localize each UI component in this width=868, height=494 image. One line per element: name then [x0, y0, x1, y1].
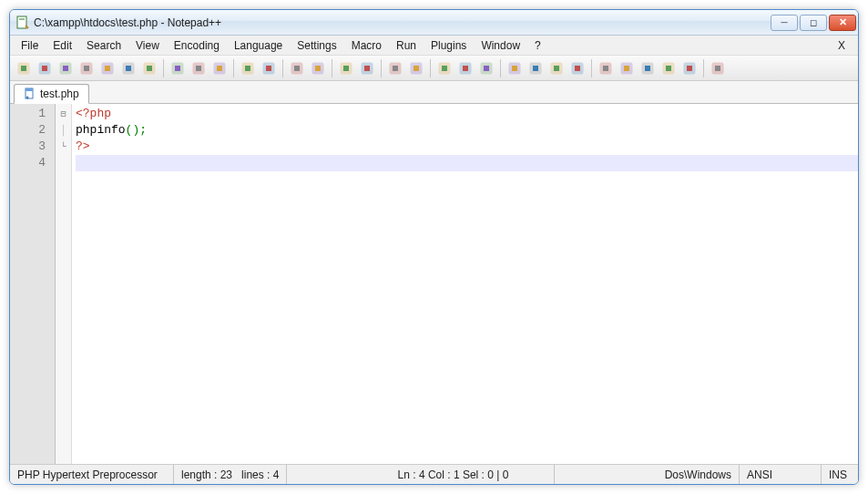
all-chars-icon[interactable]: [455, 58, 475, 78]
toolbar-separator: [703, 59, 704, 77]
status-encoding: ANSI: [740, 465, 822, 484]
svg-rect-31: [343, 66, 349, 71]
svg-rect-29: [315, 66, 321, 71]
line-number: 2: [10, 122, 55, 139]
toolbar-separator: [332, 59, 332, 77]
menu-run[interactable]: Run: [389, 37, 424, 54]
code-line[interactable]: phpinfo();: [76, 122, 858, 139]
code-line[interactable]: <?php: [76, 106, 858, 122]
code-editor[interactable]: 1234 ⊟└ <?phpphpinfo();?>: [10, 104, 858, 464]
toolbar-separator: [430, 59, 431, 77]
wrap-icon[interactable]: [434, 58, 454, 78]
menu-edit[interactable]: Edit: [46, 37, 79, 54]
tab-label: test.php: [40, 87, 79, 100]
svg-rect-39: [442, 66, 447, 71]
replace-icon[interactable]: [308, 58, 328, 78]
toolbar-separator: [233, 59, 234, 77]
menu-help[interactable]: ?: [527, 37, 548, 54]
lang-udl-icon[interactable]: [505, 58, 525, 78]
svg-rect-65: [26, 88, 33, 91]
svg-rect-59: [666, 66, 671, 71]
copy-icon[interactable]: [189, 58, 209, 78]
code-line[interactable]: [76, 155, 858, 171]
menu-language[interactable]: Language: [227, 37, 290, 54]
status-mode: INS: [822, 465, 858, 484]
play-multi-icon[interactable]: [659, 58, 679, 78]
svg-rect-19: [196, 66, 201, 71]
find-icon[interactable]: [287, 58, 307, 78]
menu-search[interactable]: Search: [79, 37, 128, 54]
svg-rect-47: [533, 66, 538, 71]
svg-rect-55: [624, 66, 629, 71]
svg-rect-9: [84, 66, 89, 71]
sync-h-icon[interactable]: [406, 58, 426, 78]
code-content[interactable]: <?phpphpinfo();?>: [72, 104, 858, 464]
app-icon: [15, 15, 30, 30]
menu-view[interactable]: View: [128, 37, 167, 54]
func-list-icon[interactable]: [546, 58, 567, 78]
svg-rect-21: [217, 66, 222, 71]
svg-rect-7: [63, 66, 68, 71]
play-icon[interactable]: [638, 58, 658, 78]
close-icon[interactable]: [97, 58, 117, 78]
paste-icon[interactable]: [209, 58, 230, 78]
close-button[interactable]: ✕: [829, 15, 856, 31]
line-number: 4: [10, 155, 55, 171]
toolbar-separator: [163, 59, 164, 77]
code-line[interactable]: ?>: [76, 139, 858, 155]
zoom-out-icon[interactable]: [357, 58, 377, 78]
menu-x[interactable]: X: [829, 37, 854, 54]
fold-marker: [56, 122, 71, 139]
fold-marker[interactable]: ⊟: [56, 106, 71, 122]
svg-rect-45: [512, 66, 517, 71]
folder-icon[interactable]: [567, 58, 587, 78]
maximize-button[interactable]: ◻: [800, 15, 827, 31]
status-bar: PHP Hypertext Preprocessor length : 23 l…: [10, 464, 858, 484]
save-macro-icon[interactable]: [679, 58, 700, 78]
svg-rect-13: [126, 66, 131, 71]
svg-rect-0: [17, 16, 26, 28]
file-icon: [24, 87, 36, 100]
indent-guide-icon[interactable]: [476, 58, 496, 78]
undo-icon[interactable]: [238, 58, 258, 78]
sync-v-icon[interactable]: [385, 58, 405, 78]
save-all-icon[interactable]: [77, 58, 97, 78]
menu-encoding[interactable]: Encoding: [167, 37, 227, 54]
menu-plugins[interactable]: Plugins: [424, 37, 474, 54]
spell-icon[interactable]: [708, 58, 728, 78]
svg-point-66: [26, 97, 29, 99]
cut-icon[interactable]: [168, 58, 188, 78]
doc-map-icon[interactable]: [526, 58, 546, 78]
line-number: 3: [10, 139, 55, 155]
svg-rect-27: [294, 66, 300, 71]
editor-area: 1234 ⊟└ <?phpphpinfo();?>: [10, 104, 858, 464]
toolbar-separator: [500, 59, 501, 77]
open-file-icon[interactable]: [35, 58, 55, 78]
tab-test-php[interactable]: test.php: [14, 84, 89, 104]
fold-marker: └: [56, 139, 71, 155]
record-icon[interactable]: [596, 58, 616, 78]
zoom-in-icon[interactable]: [336, 58, 356, 78]
svg-rect-63: [715, 66, 720, 71]
title-bar: C:\xampp\htdocs\test.php - Notepad++ ─ ◻…: [10, 10, 858, 36]
svg-rect-17: [175, 66, 180, 71]
menu-file[interactable]: File: [14, 37, 46, 54]
svg-rect-49: [554, 66, 559, 71]
menu-settings[interactable]: Settings: [290, 37, 343, 54]
status-length: length : 23 lines : 4: [174, 465, 287, 484]
save-icon[interactable]: [56, 58, 76, 78]
svg-rect-51: [575, 66, 580, 71]
status-position: Ln : 4 Col : 1 Sel : 0 | 0: [391, 465, 555, 484]
new-file-icon[interactable]: [14, 58, 34, 78]
minimize-button[interactable]: ─: [771, 15, 798, 31]
svg-rect-25: [266, 66, 271, 71]
fold-column: ⊟└: [56, 104, 72, 464]
menu-macro[interactable]: Macro: [344, 37, 389, 54]
menu-window[interactable]: Window: [474, 37, 527, 54]
svg-rect-11: [105, 66, 110, 71]
stop-record-icon[interactable]: [617, 58, 637, 78]
tab-bar: test.php: [10, 81, 858, 104]
redo-icon[interactable]: [259, 58, 279, 78]
print-icon[interactable]: [139, 58, 159, 78]
close-all-icon[interactable]: [118, 58, 138, 78]
